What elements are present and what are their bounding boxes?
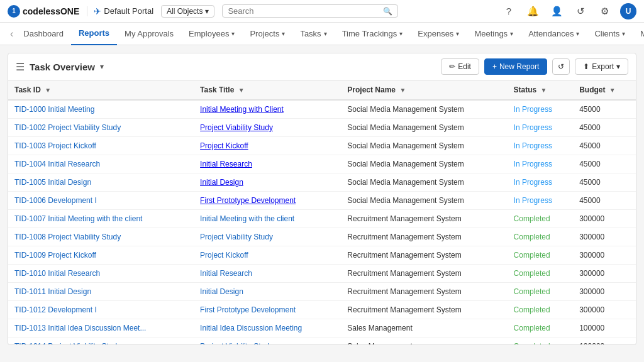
nav-item-meetings[interactable]: Meetings ▾ xyxy=(467,23,521,45)
search-input[interactable] xyxy=(228,6,380,16)
col-task-title-label: Task Title xyxy=(200,85,234,94)
task-title-link[interactable]: Project Viability Study xyxy=(200,342,273,344)
help-icon[interactable]: ? xyxy=(501,3,517,19)
cell-project-name: Recruitment Management System xyxy=(341,228,507,246)
search-bar: 🔍 xyxy=(222,4,398,18)
time-trackings-caret: ▾ xyxy=(399,30,402,37)
col-task-title[interactable]: Task Title ▼ xyxy=(194,80,341,100)
edit-button[interactable]: ✏ Edit xyxy=(441,58,479,75)
col-budget[interactable]: Budget ▼ xyxy=(573,80,636,100)
task-title-link[interactable]: Initial Research xyxy=(200,160,252,168)
nav-item-projects[interactable]: Projects ▾ xyxy=(242,23,292,45)
cell-task-title: Initial Meeting with the client xyxy=(194,210,341,228)
table-scroll-wrapper[interactable]: Task ID ▼ Task Title ▼ Project Name ▼ xyxy=(8,80,636,344)
employees-caret: ▾ xyxy=(231,30,235,37)
nav-item-my-approvals[interactable]: My Approvals xyxy=(117,23,181,45)
avatar[interactable]: U xyxy=(620,3,636,19)
task-id-link[interactable]: TID-1014 Project Viability Study xyxy=(14,342,121,344)
cell-project-name: Recruitment Management System xyxy=(341,210,507,228)
task-id-link[interactable]: TID-1009 Project Kickoff xyxy=(14,251,96,260)
task-id-link[interactable]: TID-1012 Development I xyxy=(14,305,97,314)
meetings-caret: ▾ xyxy=(510,30,513,37)
col-task-id[interactable]: Task ID ▼ xyxy=(8,80,194,100)
cell-task-id: TID-1006 Development I xyxy=(8,192,194,210)
task-id-link[interactable]: TID-1007 Initial Meeting with the client xyxy=(14,214,142,223)
all-objects-dropdown[interactable]: All Objects ▾ xyxy=(161,5,214,18)
table-row: TID-1009 Project Kickoff Project Kickoff… xyxy=(8,246,636,265)
export-button[interactable]: ⬆ Export ▾ xyxy=(575,58,628,75)
cell-task-id: TID-1004 Initial Research xyxy=(8,155,194,173)
nav-item-label: Time Trackings xyxy=(342,29,397,38)
nav-item-expenses[interactable]: Expenses ▾ xyxy=(410,23,467,45)
cell-status: Completed xyxy=(508,337,574,345)
task-title-link[interactable]: Project Viability Study xyxy=(200,233,273,241)
col-project-name[interactable]: Project Name ▼ xyxy=(341,80,507,100)
task-id-link[interactable]: TID-1013 Initial Idea Discussion Meet... xyxy=(14,324,146,332)
topbar: 1 codelessONE ✈ Default Portal All Objec… xyxy=(0,0,644,23)
task-title-link[interactable]: Initial Idea Discussion Meeting xyxy=(200,324,302,332)
report-title: Task Overview xyxy=(30,62,95,72)
table-header-row: Task ID ▼ Task Title ▼ Project Name ▼ xyxy=(8,80,636,100)
users-icon[interactable]: 👤 xyxy=(548,3,565,19)
cell-task-id: TID-1000 Initial Meeting xyxy=(8,100,194,119)
nav-left-arrow[interactable]: ‹ xyxy=(8,28,16,40)
task-id-link[interactable]: TID-1011 Initial Design xyxy=(14,287,91,296)
task-title-link[interactable]: First Prototype Development xyxy=(200,305,296,314)
tasks-caret: ▾ xyxy=(324,30,327,37)
nav-item-label: Tasks xyxy=(300,29,321,38)
task-title-link[interactable]: Initial Meeting with the client xyxy=(200,214,294,223)
cell-status: Completed xyxy=(508,283,574,301)
task-title-link[interactable]: Initial Design xyxy=(200,178,243,187)
task-title-link[interactable]: First Prototype Development xyxy=(200,196,296,205)
cell-project-name: Sales Management xyxy=(341,337,507,345)
nav-item-employees[interactable]: Employees ▾ xyxy=(181,23,242,45)
task-id-link[interactable]: TID-1010 Initial Research xyxy=(14,269,100,278)
task-id-link[interactable]: TID-1000 Initial Meeting xyxy=(14,105,94,114)
table-row: TID-1014 Project Viability Study Project… xyxy=(8,337,636,345)
cell-project-name: Social Media Management System xyxy=(341,100,507,119)
refresh-button[interactable]: ↺ xyxy=(552,58,570,75)
new-report-icon: + xyxy=(492,62,497,71)
task-id-link[interactable]: TID-1003 Project Kickoff xyxy=(14,141,96,150)
status-badge: Completed xyxy=(514,233,550,241)
edit-label: Edit xyxy=(458,62,471,71)
cell-task-id: TID-1007 Initial Meeting with the client xyxy=(8,210,194,228)
nav-item-label: Clients xyxy=(594,29,619,38)
settings-icon[interactable]: ⚙ xyxy=(596,3,613,19)
notifications-icon[interactable]: 🔔 xyxy=(525,3,541,19)
task-title-link[interactable]: Initial Research xyxy=(200,269,252,278)
cell-task-id: TID-1014 Project Viability Study xyxy=(8,337,194,345)
portal-icon: ✈ xyxy=(94,6,101,16)
task-id-link[interactable]: TID-1005 Initial Design xyxy=(14,178,91,187)
task-id-link[interactable]: TID-1008 Project Viability Study xyxy=(14,233,121,241)
task-id-link[interactable]: TID-1006 Development I xyxy=(14,196,97,205)
task-title-link[interactable]: Initial Design xyxy=(200,287,243,296)
cell-budget: 100000 xyxy=(573,319,636,337)
task-title-link[interactable]: Project Kickoff xyxy=(200,251,248,260)
nav-item-dashboard[interactable]: Dashboard xyxy=(16,23,71,45)
report-title-dropdown[interactable]: ▾ xyxy=(100,62,104,71)
nav-item-tasks[interactable]: Tasks ▾ xyxy=(292,23,334,45)
status-badge: Completed xyxy=(514,305,550,314)
nav-item-clients[interactable]: Clients ▾ xyxy=(587,23,633,45)
task-title-link[interactable]: Initial Meeting with Client xyxy=(200,105,284,114)
nav-item-attendances[interactable]: Attendances ▾ xyxy=(521,23,587,45)
nav-item-reports[interactable]: Reports xyxy=(71,23,117,45)
task-title-link[interactable]: Project Kickoff xyxy=(200,141,248,150)
col-project-name-sort: ▼ xyxy=(399,87,406,94)
logo-icon: 1 xyxy=(8,5,20,18)
status-badge: In Progress xyxy=(514,105,552,114)
history-icon[interactable]: ↺ xyxy=(572,3,589,19)
cell-task-id: TID-1008 Project Viability Study xyxy=(8,228,194,246)
nav-item-milestones[interactable]: Milestones ▾ xyxy=(633,23,644,45)
cell-status: In Progress xyxy=(508,137,574,155)
col-status[interactable]: Status ▼ xyxy=(508,80,574,100)
task-id-link[interactable]: TID-1002 Project Viability Study xyxy=(14,123,121,132)
new-report-button[interactable]: + New Report xyxy=(484,58,547,75)
task-id-link[interactable]: TID-1004 Initial Research xyxy=(14,160,100,168)
col-task-title-sort: ▼ xyxy=(238,87,245,94)
cell-task-title: Initial Research xyxy=(194,155,341,173)
task-title-link[interactable]: Project Viability Study xyxy=(200,123,273,132)
report-header: ☰ Task Overview ▾ ✏ Edit + New Report ↺ … xyxy=(8,53,636,80)
nav-item-time-trackings[interactable]: Time Trackings ▾ xyxy=(335,23,411,45)
